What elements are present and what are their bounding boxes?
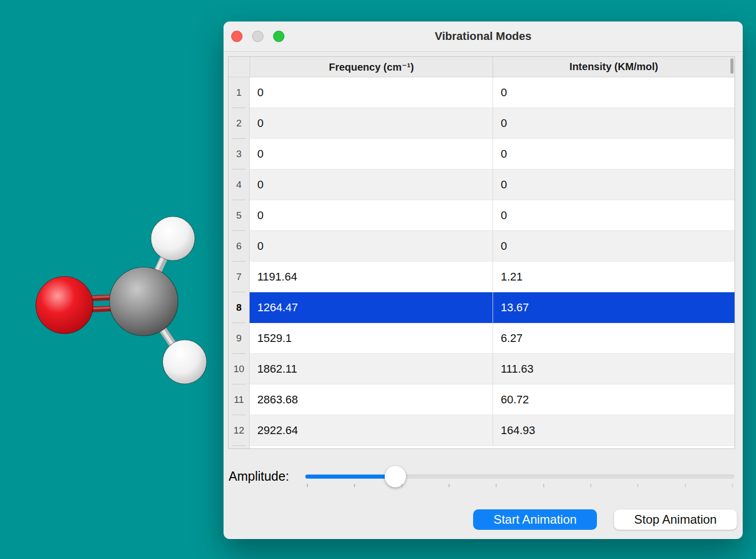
row-number: 8 (229, 292, 250, 323)
row-number: 9 (229, 323, 250, 354)
slider-tick (449, 484, 450, 487)
table-body: 10020030040050060071191.641.2181264.4713… (229, 77, 735, 446)
table-row[interactable]: 101862.11111.63 (229, 354, 735, 384)
intensity-cell: 0 (493, 231, 735, 262)
row-number: 7 (229, 262, 250, 292)
slider-tick-marks (305, 484, 735, 489)
intensity-cell: 164.93 (493, 415, 735, 446)
row-number: 3 (229, 139, 250, 169)
window-title: Vibrational Modes (224, 22, 743, 51)
row-number: 11 (229, 384, 250, 415)
intensity-cell: 60.72 (493, 384, 735, 415)
frequency-cell: 0 (250, 231, 493, 262)
frequency-cell: 0 (250, 108, 493, 139)
row-number: 6 (229, 231, 250, 262)
vibrational-modes-window: Vibrational Modes Frequency (cm⁻¹) Inten… (224, 22, 743, 539)
vertical-scrollbar-thumb[interactable] (730, 58, 733, 74)
intensity-cell: 0 (493, 77, 735, 108)
table-row[interactable]: 600 (229, 231, 735, 262)
frequency-column-header[interactable]: Frequency (cm⁻¹) (250, 57, 493, 77)
row-number: 5 (229, 200, 250, 231)
intensity-cell: 111.63 (493, 354, 735, 384)
corner-header-cell (229, 57, 250, 77)
intensity-cell: 0 (493, 108, 735, 139)
amplitude-label: Amplitude: (229, 469, 289, 484)
row-number: 10 (229, 354, 250, 384)
slider-tick (543, 484, 544, 487)
oxygen-atom (36, 276, 93, 334)
row-number: 2 (229, 108, 250, 139)
intensity-cell: 1.21 (493, 262, 735, 292)
table-row[interactable]: 122922.64164.93 (229, 415, 735, 446)
intensity-cell: 0 (493, 200, 735, 231)
frequency-cell: 0 (250, 169, 493, 200)
frequency-cell: 1529.1 (250, 323, 493, 354)
frequency-cell: 0 (250, 77, 493, 108)
stop-animation-button[interactable]: Stop Animation (614, 509, 737, 530)
table-row[interactable]: 91529.16.27 (229, 323, 735, 354)
intensity-column-header[interactable]: Intensity (KM/mol) (493, 57, 735, 77)
table-row[interactable]: 100 (229, 77, 735, 108)
slider-tick (637, 484, 638, 487)
intensity-cell: 13.67 (493, 292, 735, 323)
table-header: Frequency (cm⁻¹) Intensity (KM/mol) (229, 57, 735, 77)
intensity-cell: 6.27 (493, 323, 735, 354)
slider-tick (354, 484, 355, 487)
row-number: 4 (229, 169, 250, 200)
intensity-cell: 0 (493, 169, 735, 200)
modes-table: Frequency (cm⁻¹) Intensity (KM/mol) 1002… (228, 56, 735, 449)
row-number: 12 (229, 415, 250, 446)
frequency-cell: 1862.11 (250, 354, 493, 384)
slider-tick (496, 484, 497, 487)
frequency-cell: 2922.64 (250, 415, 493, 446)
slider-tick (590, 484, 591, 487)
table-row[interactable]: 112863.6860.72 (229, 384, 735, 415)
table-row[interactable]: 81264.4713.67 (229, 292, 735, 323)
slider-tick (402, 484, 403, 487)
titlebar[interactable]: Vibrational Modes (224, 22, 743, 52)
frequency-cell: 1191.64 (250, 262, 493, 292)
table-row[interactable]: 300 (229, 139, 735, 169)
frequency-cell: 0 (250, 200, 493, 231)
slider-tick (732, 484, 733, 487)
partial-row (229, 446, 735, 449)
frequency-cell: 2863.68 (250, 384, 493, 415)
frequency-cell: 0 (250, 139, 493, 169)
table-row[interactable]: 200 (229, 108, 735, 139)
start-animation-button[interactable]: Start Animation (473, 509, 597, 530)
row-number: 1 (229, 77, 250, 108)
slider-tick (307, 484, 308, 487)
carbon-atom (109, 267, 178, 336)
table-row[interactable]: 500 (229, 200, 735, 231)
frequency-cell: 1264.47 (250, 292, 493, 323)
slider-tick (685, 484, 686, 487)
table-row[interactable]: 400 (229, 169, 735, 200)
hydrogen-atom-bottom (163, 340, 207, 384)
table-row[interactable]: 71191.641.21 (229, 262, 735, 292)
amplitude-slider[interactable] (305, 475, 735, 479)
molecule-viewport[interactable] (20, 200, 225, 404)
slider-filled-track (305, 475, 395, 479)
hydrogen-atom-top (151, 217, 195, 261)
intensity-cell: 0 (493, 139, 735, 169)
